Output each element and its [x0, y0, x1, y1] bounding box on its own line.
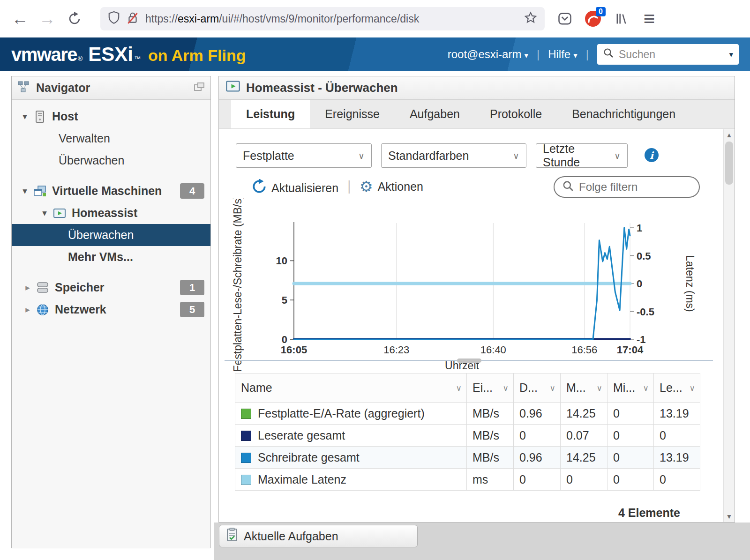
menu-icon[interactable]: ≡	[638, 8, 660, 30]
forward-button[interactable]: →	[34, 9, 61, 29]
chevron-down-icon: ▾	[573, 51, 578, 60]
actions-button[interactable]: ⚙ Aktionen	[360, 179, 423, 194]
sidebar-item-host-ueberwachen[interactable]: Überwachen	[12, 149, 210, 172]
tab-benachrichtigungen[interactable]: Benachrichtigungen	[557, 100, 690, 128]
value-cell: 0.96	[514, 403, 561, 425]
reload-button[interactable]	[61, 12, 88, 26]
value-cell: 0	[608, 469, 654, 491]
svg-text:17:04: 17:04	[617, 344, 644, 356]
column-header[interactable]: D...∨	[514, 373, 561, 403]
host-icon	[31, 110, 48, 123]
help-menu[interactable]: Hilfe▾	[548, 48, 578, 61]
sidebar-item-host[interactable]: ▾ Host	[12, 105, 210, 127]
table-row[interactable]: Maximale Latenzms0000	[235, 469, 700, 491]
chevron-right-icon[interactable]: ▸	[21, 282, 34, 293]
value-cell: 0	[608, 403, 654, 425]
performance-content: Festplatte∨ Standardfarben∨ Letzte Stund…	[219, 129, 735, 522]
extension-logo: 0	[585, 11, 601, 27]
performance-chart: 0510-1-0.500.5116:0516:2316:4016:5617:04…	[229, 198, 704, 373]
series-color-swatch	[241, 431, 251, 441]
series-filter-input[interactable]	[579, 180, 691, 194]
chevron-down-icon[interactable]: ▾	[38, 208, 51, 218]
tab-protokolle[interactable]: Protokolle	[475, 100, 557, 128]
tracking-shield-icon[interactable]	[108, 11, 120, 26]
browser-extension-area: 0 ≡	[554, 8, 660, 30]
sidebar-item-more-vms[interactable]: Mehr VMs...	[12, 246, 210, 268]
column-sort-caret-icon[interactable]: ∨	[597, 383, 602, 393]
table-row[interactable]: Leserate gesamtMB/s00.0700	[235, 425, 700, 447]
column-header[interactable]: Mi...∨	[608, 373, 654, 403]
pocket-icon[interactable]	[554, 8, 576, 30]
scroll-down-button[interactable]: ▼	[724, 513, 735, 520]
tab-ereignisse[interactable]: Ereignisse	[310, 100, 395, 128]
tab-aufgaben[interactable]: Aufgaben	[395, 100, 475, 128]
svg-text:16:56: 16:56	[571, 344, 597, 356]
chevron-right-icon[interactable]: ▸	[21, 304, 34, 315]
user-menu[interactable]: root@esxi-arm▾	[448, 48, 528, 61]
network-count-badge: 5	[180, 302, 204, 317]
svg-text:Latenz (ms): Latenz (ms)	[684, 255, 696, 312]
sidebar-item-vm-ueberwachen[interactable]: Überwachen	[12, 224, 210, 246]
table-item-count: 4 Elemente	[618, 506, 680, 520]
sidebar-item-network[interactable]: ▸ Netzwerk 5	[12, 299, 210, 321]
value-cell: 0	[654, 469, 700, 491]
series-filter[interactable]	[554, 176, 700, 198]
global-search[interactable]: ▾	[597, 44, 739, 65]
colors-select[interactable]: Standardfarben∨	[381, 143, 526, 168]
table-row[interactable]: Festplatte-E/A-Rate (aggregiert)MB/s0.96…	[235, 403, 700, 425]
series-name-cell: Festplatte-E/A-Rate (aggregiert)	[235, 403, 467, 425]
info-icon[interactable]: i	[645, 148, 659, 162]
back-button[interactable]: ←	[7, 9, 34, 29]
column-sort-caret-icon[interactable]: ∨	[456, 383, 462, 393]
popout-icon[interactable]	[194, 82, 205, 94]
chevron-down-icon: ∨	[358, 150, 365, 161]
recent-tasks-panel[interactable]: Aktuelle Aufgaben	[219, 525, 418, 547]
logo-vmware: vmware	[11, 44, 77, 65]
search-icon	[603, 47, 614, 61]
series-name-cell: Leserate gesamt	[235, 425, 467, 447]
browser-toolbar: ← → https://esxi-arm/ui/#/host/vms/9/mon…	[0, 0, 750, 37]
refresh-icon	[252, 179, 267, 197]
app-header: vmware®ESXi™on Arm Fling root@esxi-arm▾ …	[0, 37, 750, 71]
lock-insecure-icon[interactable]	[127, 11, 139, 26]
tab-leistung[interactable]: Leistung	[231, 100, 310, 128]
time-range-select[interactable]: Letzte Stunde∨	[536, 143, 628, 168]
column-sort-caret-icon[interactable]: ∨	[643, 383, 649, 393]
library-icon[interactable]	[610, 8, 632, 30]
value-cell: ms	[467, 469, 514, 491]
svg-text:5: 5	[282, 294, 287, 306]
chevron-down-icon[interactable]: ▾	[18, 186, 31, 196]
column-header[interactable]: Ei...∨	[467, 373, 514, 403]
sidebar-item-storage[interactable]: ▸ Speicher 1	[12, 276, 210, 299]
scroll-thumb[interactable]	[725, 142, 733, 185]
sidebar-item-virtual-machines[interactable]: ▾ Virtuelle Maschinen 4	[12, 180, 210, 202]
metric-select[interactable]: Festplatte∨	[236, 143, 372, 168]
sidebar-item-homeassist[interactable]: ▾ Homeassist	[12, 202, 210, 224]
table-header-row: Name∨Ei...∨D...∨M...∨Mi...∨Le...∨	[235, 373, 700, 403]
panel-splitter[interactable]	[214, 76, 214, 560]
svg-text:16:05: 16:05	[281, 344, 307, 356]
refresh-button[interactable]: Aktualisieren	[252, 179, 338, 197]
column-sort-caret-icon[interactable]: ∨	[690, 383, 695, 393]
value-cell: 0	[654, 425, 700, 447]
extension-icon[interactable]: 0	[582, 8, 604, 30]
horizontal-scroll-thumb[interactable]	[457, 358, 481, 363]
column-header[interactable]: Name∨	[235, 373, 467, 403]
search-scope-caret-icon[interactable]: ▾	[729, 50, 733, 60]
sidebar-item-host-verwalten[interactable]: Verwalten	[12, 127, 210, 149]
column-sort-caret-icon[interactable]: ∨	[503, 383, 509, 393]
bookmark-star-icon[interactable]	[524, 11, 537, 26]
global-search-input[interactable]	[619, 48, 724, 61]
column-header[interactable]: Le...∨	[654, 373, 700, 403]
vertical-scrollbar[interactable]: ▲ ▼	[723, 129, 735, 522]
value-cell: 0	[608, 425, 654, 447]
svg-text:16:40: 16:40	[480, 344, 506, 356]
column-header[interactable]: M...∨	[561, 373, 608, 403]
url-bar[interactable]: https://esxi-arm/ui/#/host/vms/9/monitor…	[100, 7, 545, 30]
scroll-up-button[interactable]: ▲	[724, 131, 735, 139]
value-cell: 0	[608, 447, 654, 469]
table-row[interactable]: Schreibrate gesamtMB/s0.9614.25013.19	[235, 447, 700, 469]
column-sort-caret-icon[interactable]: ∨	[550, 383, 555, 393]
svg-text:-1: -1	[637, 334, 646, 345]
chevron-down-icon[interactable]: ▾	[18, 111, 31, 122]
